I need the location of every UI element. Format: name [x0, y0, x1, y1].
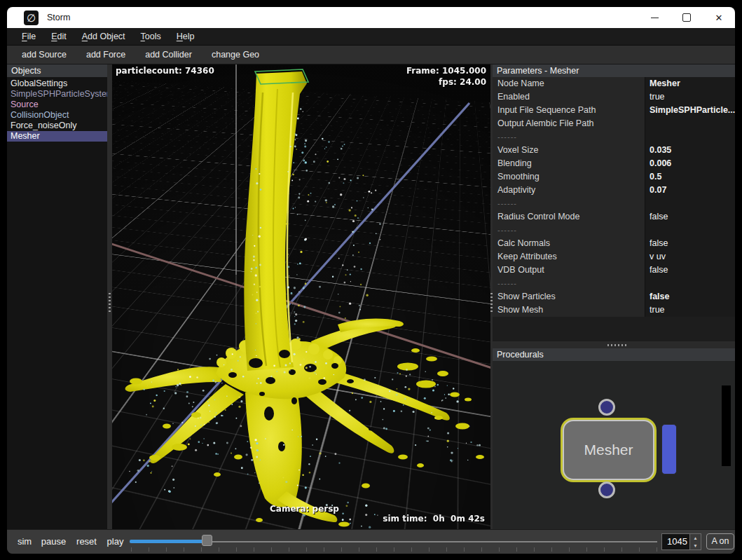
object-item-force-noiseonly[interactable]: Force_noiseOnly	[7, 121, 107, 131]
add-force-button[interactable]: add Force	[82, 50, 130, 60]
add-source-button[interactable]: add Source	[18, 50, 71, 60]
param-separator: ------	[493, 224, 735, 237]
menu-add-object[interactable]: Add Object	[74, 32, 133, 41]
splitter-params-procedurals[interactable]	[493, 341, 735, 348]
node-graph-scrollbar[interactable]	[722, 385, 731, 466]
param-value[interactable]	[645, 130, 735, 144]
param-value[interactable]	[645, 224, 735, 237]
audio-toggle-button[interactable]: A on	[706, 533, 734, 549]
param-value[interactable]: 0.07	[645, 184, 735, 197]
param-label: Smoothing	[493, 170, 645, 184]
param-label: Keep Attributes	[493, 250, 645, 264]
object-item-mesher[interactable]: Mesher	[7, 131, 107, 142]
frame-value[interactable]: 1045	[662, 534, 689, 549]
window-title: Storm	[47, 13, 70, 22]
menu-file[interactable]: File	[14, 32, 43, 41]
param-label: ------	[493, 224, 645, 237]
change-geo-button[interactable]: change Geo	[207, 50, 263, 60]
add-collider-button[interactable]: add Collider	[141, 50, 196, 60]
param-row-input-file-sequence-path: Input File Sequence PathSimpleSPHParticl…	[493, 104, 735, 117]
maximize-icon	[682, 13, 691, 22]
param-label: VDB Output	[493, 264, 645, 277]
maximize-button[interactable]	[671, 7, 703, 28]
object-item-source[interactable]: Source	[7, 100, 107, 110]
node-input-port[interactable]	[598, 399, 615, 416]
menu-help[interactable]: Help	[169, 32, 202, 41]
param-value[interactable]: SimpleSPHParticle...	[645, 104, 735, 117]
play-button[interactable]: play	[103, 530, 128, 554]
param-row-radius-control-mode: Radius Control Modefalse	[493, 210, 735, 224]
app-window: ∅ Storm ✕ FileEditAdd ObjectToolsHelp ad…	[7, 7, 735, 554]
param-label: ------	[493, 130, 645, 144]
splitter-objects-viewport[interactable]	[107, 64, 112, 530]
parameters-filler	[493, 317, 735, 341]
node-graph[interactable]: Mesher	[493, 361, 735, 530]
fps-hud: fps: 24.00	[439, 77, 486, 87]
right-panel: Parameters - Mesher Node NameMesherEnabl…	[490, 64, 735, 530]
param-label: Radius Control Mode	[493, 210, 645, 224]
param-value[interactable]: 0.035	[645, 144, 735, 157]
param-row-keep-attributes: Keep Attributesv uv	[493, 250, 735, 264]
mesher-node[interactable]: Mesher	[563, 420, 654, 480]
param-separator: ------	[493, 277, 735, 290]
node-output-port[interactable]	[598, 482, 615, 498]
menubar: FileEditAdd ObjectToolsHelp	[7, 28, 735, 46]
param-value[interactable]: v uv	[645, 250, 735, 264]
main-content: Objects GlobalSettingsSimpleSPHParticleS…	[7, 64, 735, 530]
timeline-slider[interactable]	[130, 533, 657, 552]
pause-button[interactable]: pause	[39, 530, 68, 554]
parameters-panel-header: Parameters - Mesher	[493, 64, 735, 77]
menu-edit[interactable]: Edit	[43, 32, 74, 41]
param-separator: ------	[493, 197, 735, 210]
splitter-grip-icon[interactable]	[490, 293, 493, 312]
particlecount-hud: particlecount: 74360	[116, 66, 214, 76]
node-side-tab[interactable]	[661, 424, 677, 474]
param-value[interactable]: Mesher	[645, 77, 735, 90]
param-row-adaptivity: Adaptivity0.07	[493, 184, 735, 197]
param-value[interactable]: false	[645, 264, 735, 277]
param-value[interactable]	[645, 277, 735, 290]
object-item-simplesphparticlesystem[interactable]: SimpleSPHParticleSystem	[7, 89, 107, 100]
close-button[interactable]: ✕	[703, 7, 735, 28]
param-value[interactable]: 0.5	[645, 170, 735, 184]
parameters-table: Node NameMesherEnabledtrueInput File Seq…	[493, 77, 735, 317]
minimize-button[interactable]	[638, 7, 671, 28]
objects-list: GlobalSettingsSimpleSPHParticleSystemSou…	[7, 77, 107, 530]
spin-down-icon[interactable]: ▼	[690, 542, 701, 549]
mesher-node-label: Mesher	[584, 442, 633, 458]
param-row-show-particles: Show Particlesfalse	[493, 290, 735, 303]
frame-hud: Frame: 1045.000	[406, 66, 486, 76]
frame-spinbox[interactable]: 1045 ▲ ▼	[661, 533, 701, 550]
param-value[interactable]: true	[645, 90, 735, 104]
param-row-calc-normals: Calc Normalsfalse	[493, 237, 735, 250]
object-item-collisionobject[interactable]: CollisionObject	[7, 110, 107, 121]
object-item-globalsettings[interactable]: GlobalSettings	[7, 78, 107, 89]
param-label: Output Alembic File Path	[493, 117, 645, 130]
param-label: Node Name	[493, 77, 645, 90]
fluid-scene	[112, 64, 490, 530]
param-row-output-alembic-file-path: Output Alembic File Path	[493, 117, 735, 130]
camera-hud: Camera: persp	[270, 504, 339, 514]
viewport-3d[interactable]: particlecount: 74360 Frame: 1045.000 fps…	[112, 64, 490, 530]
param-value[interactable]: true	[645, 303, 735, 317]
param-label: Enabled	[493, 90, 645, 104]
slider-ticks	[131, 547, 657, 552]
particle-specks	[129, 108, 481, 528]
param-row-enabled: Enabledtrue	[493, 90, 735, 104]
slider-handle[interactable]	[202, 535, 212, 546]
param-label: Voxel Size	[493, 144, 645, 157]
menu-tools[interactable]: Tools	[133, 32, 169, 41]
param-value[interactable]: false	[645, 210, 735, 224]
param-row-smoothing: Smoothing0.5	[493, 170, 735, 184]
minimize-icon	[651, 18, 659, 18]
param-label: Show Mesh	[493, 303, 645, 317]
param-value[interactable]: 0.006	[645, 157, 735, 170]
spin-up-icon[interactable]: ▲	[690, 534, 701, 542]
reset-button[interactable]: reset	[72, 530, 101, 554]
param-value[interactable]	[645, 117, 735, 130]
param-label: Blending	[493, 157, 645, 170]
param-value[interactable]: false	[645, 237, 735, 250]
param-value[interactable]	[645, 197, 735, 210]
param-value[interactable]: false	[645, 290, 735, 303]
sim-button[interactable]: sim	[13, 530, 36, 554]
